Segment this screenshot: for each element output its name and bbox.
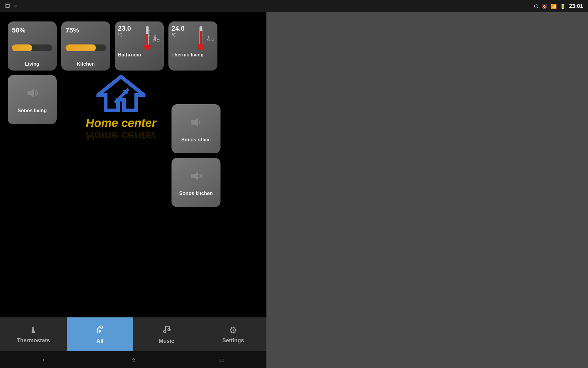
bathroom-left: 23.0 °C: [118, 25, 131, 37]
thermo-living-mode: Day20: [206, 35, 214, 41]
house-svg: [96, 74, 145, 113]
music-icon: [162, 324, 172, 336]
svg-point-2: [144, 43, 151, 50]
svg-marker-14: [28, 89, 34, 98]
wifi-icon: 📶: [551, 3, 557, 9]
status-bar: 🖼 ≡ ⬡ 🔇 📶 🔋 23:01: [0, 0, 588, 12]
volume-muted-icon: [189, 169, 203, 186]
left-panel: 50% Living 75% Kitchen 23.0 °C: [0, 12, 266, 368]
thermostats-label: Thermostats: [17, 337, 50, 344]
tab-music[interactable]: Music: [133, 317, 200, 351]
svg-point-24: [164, 330, 166, 333]
tab-thermostats[interactable]: 🌡 Thermostats: [0, 317, 67, 351]
android-bar: ← ⌂ ▭: [0, 351, 266, 368]
kitchen-bar: [66, 44, 96, 51]
home-center-reflection: Home center: [86, 129, 156, 142]
all-label: All: [96, 338, 104, 344]
thermostats-icon: 🌡: [29, 325, 38, 335]
widget-sonos-kitchen[interactable]: Sonos kitchen: [172, 158, 221, 207]
thermo-living-left: 24.0 °C: [172, 25, 185, 37]
svg-rect-1: [146, 34, 148, 44]
living-bar: [12, 44, 32, 51]
widget-thermo-living[interactable]: 24.0 °C Day20: [168, 21, 217, 71]
svg-point-9: [198, 43, 204, 50]
battery-icon: 🔋: [560, 3, 566, 9]
thermometer-svg: [143, 25, 152, 52]
thermo-living-unit: °C: [172, 33, 185, 37]
kitchen-label: Kitchen: [77, 61, 95, 67]
sonos-living-label: Sonos living: [17, 108, 47, 113]
bathroom-thermo-top: 23.0 °C: [118, 25, 161, 52]
sonos-office-label: Sonos office: [181, 137, 211, 143]
home-button[interactable]: ⌂: [131, 356, 135, 364]
status-bar-left: 🖼 ≡: [5, 3, 17, 10]
gallery-icon: 🖼: [5, 3, 10, 10]
living-value: 50%: [12, 26, 25, 34]
kitchen-value: 75%: [66, 26, 79, 34]
bluetooth-icon: ⬡: [534, 3, 538, 9]
living-bar-container: [12, 44, 52, 51]
tab-settings[interactable]: ⚙ Settings: [200, 317, 267, 351]
thermometer-svg-2: [197, 25, 205, 52]
status-time: 23:01: [569, 3, 583, 10]
mute-icon: 🔇: [541, 3, 548, 9]
svg-marker-16: [191, 171, 198, 181]
svg-point-25: [168, 328, 170, 331]
menu-icon: ≡: [14, 3, 17, 10]
thermo-living-temp: 24.0: [172, 25, 185, 33]
status-bar-right: ⬡ 🔇 📶 🔋 23:01: [534, 3, 583, 10]
recents-button[interactable]: ▭: [218, 356, 225, 364]
tab-all[interactable]: All: [67, 317, 134, 351]
settings-label: Settings: [222, 337, 244, 344]
bottom-nav: 🌡 Thermostats All: [0, 317, 266, 351]
widget-sonos-living[interactable]: Sonos living: [8, 75, 57, 124]
home-center-title: Home center: [86, 117, 156, 130]
svg-rect-8: [200, 31, 202, 44]
bathroom-temp: 23.0: [118, 25, 131, 33]
settings-icon: ⚙: [229, 325, 237, 335]
svg-marker-19: [98, 77, 144, 110]
widget-kitchen[interactable]: 75% Kitchen: [61, 21, 110, 71]
music-label: Music: [159, 338, 174, 344]
kitchen-bar-container: [66, 44, 106, 51]
bathroom-unit: °C: [118, 33, 131, 37]
volume-icon: [25, 86, 39, 104]
widget-sonos-office[interactable]: Sonos office: [172, 104, 221, 153]
main-container: 50% Living 75% Kitchen 23.0 °C: [0, 12, 588, 368]
widget-living[interactable]: 50% Living: [8, 21, 57, 71]
living-label: Living: [25, 61, 39, 67]
sonos-kitchen-label: Sonos kitchen: [179, 191, 213, 196]
svg-point-22: [99, 330, 101, 332]
bathroom-mode: Night15: [153, 34, 161, 42]
home-center-area: Home center Home center: [86, 74, 156, 142]
widget-bathroom[interactable]: 23.0 °C: [115, 21, 164, 71]
thermo-living-top: 24.0 °C Day20: [172, 25, 214, 52]
svg-marker-15: [191, 118, 198, 127]
back-button[interactable]: ←: [42, 356, 48, 364]
volume-icon-2: [189, 115, 203, 133]
thermo-living-label: Thermo living: [172, 52, 204, 58]
bathroom-label: Bathroom: [118, 52, 141, 58]
right-panel: [266, 12, 588, 368]
all-icon: [95, 324, 105, 336]
